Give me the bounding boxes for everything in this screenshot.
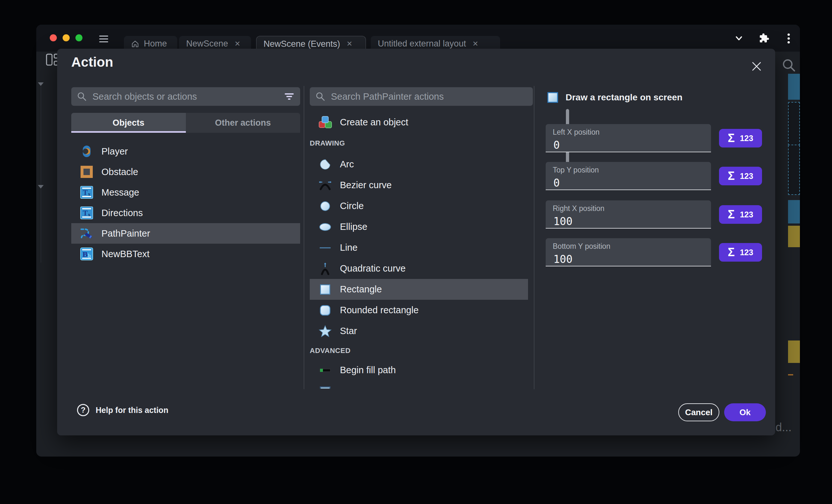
object-label: Obstacle [101, 167, 138, 177]
sigma-icon: Σ [728, 209, 735, 220]
help-question-icon: ? [77, 404, 89, 416]
list-item[interactable]: Circle [310, 196, 528, 217]
object-label: PathPainter [101, 228, 150, 239]
event-block-dashed [788, 102, 800, 145]
list-item[interactable]: Line [310, 237, 528, 258]
titlebar: Home NewScene ✕ NewScene (Events) ✕ Unti… [36, 25, 800, 52]
tab-objects[interactable]: Objects [71, 113, 186, 133]
list-item[interactable]: Quadratic curve [310, 258, 528, 279]
field-right-x: Right X position [546, 200, 711, 229]
action-label: Rounded rectangle [340, 305, 419, 315]
objects-search-input[interactable] [92, 91, 279, 102]
list-item[interactable]: Player [71, 141, 300, 162]
chevron-down-icon[interactable] [733, 34, 744, 43]
help-link[interactable]: ? Help for this action [77, 404, 168, 416]
tree-expand-arrow[interactable] [38, 82, 44, 86]
expression-editor-button[interactable]: Σ 123 [719, 167, 762, 185]
tab-close-icon[interactable]: ✕ [472, 40, 478, 48]
event-block-yellow [788, 226, 800, 247]
list-item[interactable]: Rounded rectangle [310, 300, 528, 320]
list-item[interactable]: B b NewBBText [71, 244, 300, 264]
svg-text:x: x [88, 191, 90, 197]
list-item[interactable]: Star [310, 320, 528, 341]
list-item-partial[interactable] [310, 381, 528, 389]
ellipse-icon [318, 222, 332, 232]
expression-editor-button[interactable]: Σ 123 [719, 129, 762, 147]
expression-editor-button[interactable]: Σ 123 [719, 205, 762, 224]
obstacle-icon [80, 165, 94, 178]
expression-editor-button[interactable]: Σ 123 [719, 243, 762, 262]
screenshot-stage: Home NewScene ✕ NewScene (Events) ✕ Unti… [0, 0, 832, 504]
field-bottom-y: Bottom Y position [546, 238, 711, 267]
action-label: Quadratic curve [340, 263, 406, 274]
tree-guide-line [41, 86, 41, 262]
panel-divider [304, 86, 304, 389]
line-icon [318, 246, 332, 250]
numbers-123-icon: 123 [740, 248, 753, 257]
event-block-orange-dash [788, 374, 793, 375]
list-item-selected[interactable]: Rectangle [310, 279, 528, 300]
field-top-y-input[interactable] [553, 176, 705, 190]
list-item[interactable]: T x Message [71, 182, 300, 203]
cancel-button[interactable]: Cancel [678, 403, 719, 421]
list-item-selected[interactable]: PathPainter [71, 223, 300, 244]
tab-label: NewScene [186, 39, 228, 49]
list-item[interactable]: Bezier curve [310, 175, 528, 196]
field-top-y: Top Y position [546, 162, 711, 190]
list-item[interactable]: Ellipse [310, 217, 528, 237]
list-item[interactable]: Obstacle [71, 162, 300, 182]
action-label: Circle [340, 201, 364, 211]
text-object-icon: T x [80, 206, 94, 219]
tab-close-icon[interactable]: ✕ [235, 40, 240, 48]
action-label: Arc [340, 159, 354, 170]
list-item[interactable]: Arc [310, 154, 528, 175]
menu-hamburger-icon[interactable] [99, 34, 108, 44]
action-label: Star [340, 326, 357, 336]
field-left-x: Left X position [546, 124, 711, 152]
tree-expand-arrow[interactable] [38, 185, 44, 189]
list-item[interactable]: Begin fill path [310, 360, 528, 381]
action-dialog: Action Objects Other a [57, 49, 775, 436]
list-item[interactable]: Create an object [310, 112, 528, 133]
svg-text:b: b [88, 253, 91, 258]
objects-tabbar: Objects Other actions [71, 113, 300, 133]
tab-other-actions[interactable]: Other actions [186, 113, 301, 133]
text-object-icon: T x [80, 186, 94, 199]
field-label: Right X position [553, 204, 704, 213]
traffic-light-minimize[interactable] [62, 34, 70, 41]
tab-close-icon[interactable]: ✕ [347, 40, 353, 48]
rounded-rectangle-icon [318, 305, 332, 316]
section-header-drawing: DRAWING [310, 133, 528, 154]
quadratic-icon [318, 262, 332, 275]
clipped-icon [318, 386, 332, 389]
traffic-light-zoom[interactable] [75, 34, 82, 41]
search-icon [77, 92, 87, 101]
ok-button[interactable]: Ok [724, 403, 766, 421]
circle-icon [318, 200, 332, 212]
list-item[interactable]: T x Directions [71, 203, 300, 223]
objects-list: Player Obstacle [71, 141, 300, 264]
rectangle-icon [318, 284, 332, 295]
extensions-puzzle-icon[interactable] [759, 33, 770, 43]
svg-text:T: T [83, 189, 88, 197]
sigma-icon: Σ [728, 133, 735, 144]
search-icon[interactable] [782, 58, 796, 73]
create-object-icon [318, 116, 332, 129]
field-bottom-y-input[interactable] [553, 253, 705, 266]
field-right-x-input[interactable] [553, 215, 705, 228]
field-left-x-input[interactable] [553, 139, 705, 152]
actions-search-input[interactable] [330, 91, 527, 102]
bbtext-icon: B b [80, 248, 94, 260]
app-window: Home NewScene ✕ NewScene (Events) ✕ Unti… [36, 25, 800, 456]
action-setting-title: Draw a rectangle on screen [566, 92, 682, 103]
numbers-123-icon: 123 [740, 134, 753, 143]
home-icon [131, 40, 139, 48]
filter-icon[interactable] [284, 92, 294, 101]
traffic-light-close[interactable] [50, 34, 57, 41]
object-label: Message [101, 187, 139, 198]
dialog-close-icon[interactable] [751, 60, 763, 73]
panel-divider [534, 86, 535, 389]
begin-fill-icon [318, 366, 332, 374]
kebab-menu-icon[interactable] [787, 33, 790, 44]
rectangle-icon [547, 92, 558, 103]
